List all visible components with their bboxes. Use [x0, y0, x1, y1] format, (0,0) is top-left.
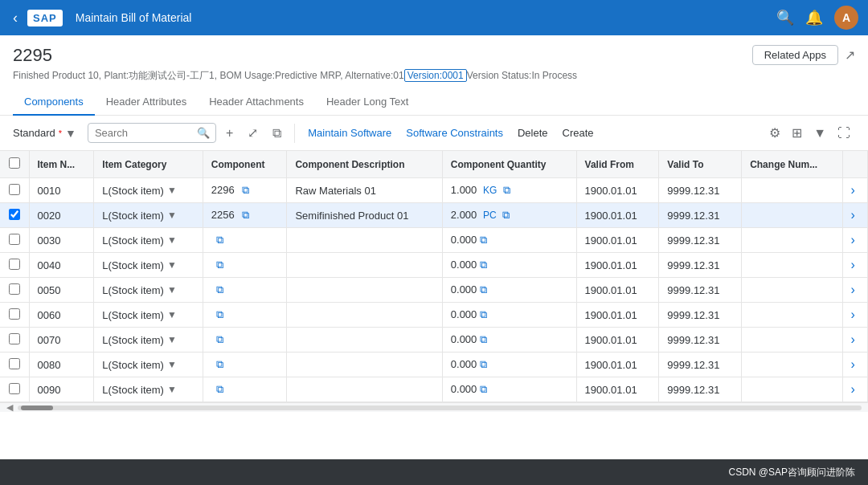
- row-nav-cell: ›: [842, 253, 867, 278]
- row-nav-arrow[interactable]: ›: [851, 357, 855, 371]
- row-checkbox-cell: [0, 178, 29, 203]
- search-input[interactable]: [88, 123, 216, 143]
- row-component-copy-icon[interactable]: ⧉: [216, 333, 223, 345]
- components-table: Item N... Item Category Component Compon…: [0, 151, 868, 402]
- row-valid-from: 1900.01.01: [576, 203, 659, 228]
- scroll-left-arrow[interactable]: ◀: [6, 402, 13, 413]
- related-apps-button[interactable]: Related Apps: [752, 45, 838, 65]
- row-unit-copy-icon[interactable]: ⧉: [480, 358, 487, 370]
- horizontal-scrollbar[interactable]: ◀: [0, 402, 868, 412]
- row-checkbox[interactable]: [9, 283, 20, 295]
- row-item-category: L(Stock item) ▼: [94, 278, 203, 303]
- table-row: 0050 L(Stock item) ▼ ⧉ 0.000 ⧉ 1900.01.0…: [0, 278, 868, 303]
- row-quantity: 0.000: [451, 358, 477, 370]
- row-quantity-cell: 0.000 ⧉: [442, 377, 576, 402]
- row-component: ⧉: [203, 303, 287, 328]
- dropdown-arrow-button[interactable]: ▼: [809, 123, 831, 144]
- row-unit-copy-icon[interactable]: ⧉: [502, 209, 510, 221]
- avatar[interactable]: A: [834, 6, 858, 30]
- row-nav-arrow[interactable]: ›: [851, 283, 855, 296]
- row-unit-copy-icon[interactable]: ⧉: [480, 308, 487, 320]
- row-unit-copy-icon[interactable]: ⧉: [503, 184, 510, 196]
- tab-header-attributes[interactable]: Header Attributes: [95, 89, 198, 116]
- row-category-dropdown-icon[interactable]: ▼: [167, 334, 177, 345]
- topnav-icons: 🔍 🔔 A: [776, 6, 858, 30]
- row-checkbox[interactable]: [9, 234, 20, 245]
- sap-logo: SAP: [27, 10, 63, 26]
- view-selector[interactable]: Standard* ▼: [13, 127, 76, 140]
- row-unit-copy-icon[interactable]: ⧉: [480, 234, 487, 246]
- maintain-software-button[interactable]: Maintain Software: [303, 124, 396, 142]
- tab-header-long-text[interactable]: Header Long Text: [315, 89, 420, 116]
- tab-header-attachments[interactable]: Header Attachments: [198, 89, 315, 116]
- row-unit-copy-icon[interactable]: ⧉: [480, 259, 487, 271]
- row-nav-arrow[interactable]: ›: [851, 308, 855, 321]
- back-button[interactable]: ‹: [10, 6, 21, 30]
- add-row-button[interactable]: +: [221, 123, 238, 144]
- row-category-dropdown-icon[interactable]: ▼: [167, 284, 177, 295]
- row-valid-from: 1900.01.01: [576, 303, 659, 328]
- row-category-dropdown-icon[interactable]: ▼: [167, 234, 177, 246]
- search-icon[interactable]: 🔍: [776, 9, 794, 26]
- row-checkbox[interactable]: [9, 383, 20, 394]
- row-valid-to: 9999.12.31: [659, 328, 742, 353]
- bottom-bar-text: CSDN @SAP咨询顾问进阶陈: [728, 466, 855, 479]
- row-nav-cell: ›: [842, 178, 867, 203]
- table-row: 0080 L(Stock item) ▼ ⧉ 0.000 ⧉ 1900.01.0…: [0, 353, 868, 377]
- select-all-checkbox[interactable]: [9, 157, 20, 169]
- fullscreen-button[interactable]: ⛶: [833, 123, 855, 144]
- row-nav-arrow[interactable]: ›: [851, 183, 855, 197]
- copy-icon-button[interactable]: ⧉: [268, 123, 286, 144]
- software-constraints-button[interactable]: Software Constraints: [401, 124, 508, 142]
- row-component-copy-icon[interactable]: ⧉: [242, 209, 249, 221]
- tab-components[interactable]: Components: [13, 89, 95, 116]
- share-icon[interactable]: ↗: [845, 47, 855, 63]
- row-category-dropdown-icon[interactable]: ▼: [167, 259, 177, 271]
- row-component-copy-icon[interactable]: ⧉: [216, 259, 223, 271]
- row-unit-button[interactable]: KG: [480, 183, 500, 198]
- row-category-dropdown-icon[interactable]: ▼: [167, 384, 177, 395]
- row-component-copy-icon[interactable]: ⧉: [216, 308, 223, 320]
- delete-button[interactable]: Delete: [513, 124, 553, 142]
- row-component-copy-icon[interactable]: ⧉: [216, 383, 223, 395]
- settings-icon-button[interactable]: ⚙: [764, 122, 785, 144]
- row-checkbox[interactable]: [9, 184, 20, 195]
- row-nav-arrow[interactable]: ›: [851, 208, 855, 222]
- row-checkbox[interactable]: [9, 209, 20, 220]
- row-component-description: [287, 328, 442, 353]
- row-component-copy-icon[interactable]: ⧉: [216, 283, 223, 295]
- row-category-dropdown-icon[interactable]: ▼: [167, 185, 177, 196]
- view-dropdown-icon[interactable]: ▼: [65, 127, 76, 140]
- row-nav-arrow[interactable]: ›: [851, 332, 855, 346]
- row-nav-arrow[interactable]: ›: [851, 233, 855, 247]
- row-checkbox[interactable]: [9, 333, 20, 344]
- row-component-description: [287, 228, 442, 253]
- create-button[interactable]: Create: [558, 124, 599, 142]
- row-category-dropdown-icon[interactable]: ▼: [167, 309, 177, 320]
- row-component-copy-icon[interactable]: ⧉: [216, 234, 223, 246]
- row-quantity: 1.000: [451, 184, 477, 196]
- row-component-description: Raw Materials 01: [287, 178, 442, 203]
- scrollbar-track[interactable]: [18, 406, 862, 410]
- table-layout-button[interactable]: ⊞: [787, 122, 807, 144]
- row-checkbox[interactable]: [9, 308, 20, 320]
- row-nav-cell: ›: [842, 203, 867, 228]
- row-unit-copy-icon[interactable]: ⧉: [480, 333, 487, 345]
- expand-icon-button[interactable]: ⤢: [243, 122, 263, 144]
- row-unit-copy-icon[interactable]: ⧉: [480, 283, 487, 295]
- row-nav-arrow[interactable]: ›: [851, 382, 855, 396]
- row-checkbox-cell: [0, 253, 29, 278]
- required-marker: *: [59, 128, 62, 138]
- row-valid-from: 1900.01.01: [576, 377, 659, 402]
- row-component-copy-icon[interactable]: ⧉: [216, 358, 223, 370]
- row-component-copy-icon[interactable]: ⧉: [242, 184, 249, 196]
- row-checkbox[interactable]: [9, 358, 20, 369]
- bell-icon[interactable]: 🔔: [805, 9, 823, 26]
- row-checkbox[interactable]: [9, 259, 20, 270]
- row-unit-button[interactable]: PC: [480, 208, 500, 222]
- row-category-dropdown-icon[interactable]: ▼: [167, 210, 177, 221]
- row-unit-copy-icon[interactable]: ⧉: [480, 383, 487, 395]
- row-nav-arrow[interactable]: ›: [851, 258, 855, 271]
- row-category-dropdown-icon[interactable]: ▼: [167, 359, 177, 370]
- scrollbar-thumb[interactable]: [21, 406, 53, 410]
